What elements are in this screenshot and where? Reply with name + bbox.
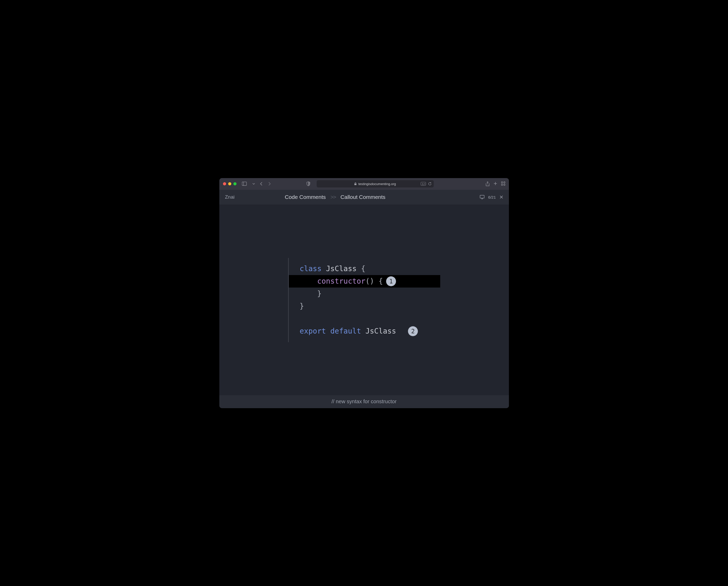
lock-icon (354, 182, 357, 185)
reader-icon[interactable]: あA (421, 182, 426, 186)
slide-footer: // new syntax for constructor (219, 395, 509, 408)
svg-rect-9 (504, 184, 505, 185)
code-line: } (289, 300, 440, 313)
svg-rect-10 (480, 195, 484, 198)
constructor-parens: () { (365, 275, 383, 288)
code-snippet: class JsClass { constructor() {1 } } exp… (288, 258, 440, 342)
code-line: class JsClass { (289, 263, 440, 275)
tab-overview-icon[interactable] (501, 182, 505, 186)
slide-content: class JsClass { constructor() {1 } } exp… (219, 205, 509, 395)
window-controls (223, 182, 236, 185)
constructor-keyword: constructor (317, 275, 365, 288)
breadcrumb: Code Comments >> Callout Comments (285, 194, 385, 200)
svg-text:あ: あ (422, 183, 424, 185)
nav-back-button[interactable] (259, 181, 264, 186)
app-header: Znai Code Comments >> Callout Comments 6… (219, 190, 509, 205)
breadcrumb-separator: >> (330, 194, 336, 200)
browser-chrome: testingisdocumenting.org あA (219, 178, 509, 190)
reload-icon[interactable] (428, 182, 432, 186)
svg-rect-6 (501, 182, 503, 183)
url-text: testingisdocumenting.org (358, 182, 396, 186)
brace-close-inner: } (317, 288, 322, 300)
callout-badge-2: 2 (408, 326, 418, 336)
presentation-mode-icon[interactable] (480, 195, 484, 199)
keyword-class: class (300, 263, 322, 275)
keyword-default: default (330, 325, 361, 338)
svg-rect-7 (504, 182, 505, 183)
breadcrumb-parent[interactable]: Code Comments (285, 194, 326, 200)
share-icon[interactable] (485, 182, 490, 186)
slide-counter: 6/21 (488, 195, 496, 199)
minimize-window-button[interactable] (228, 182, 231, 185)
callout-badge-1: 1 (386, 276, 396, 286)
maximize-window-button[interactable] (233, 182, 236, 185)
brace-close-outer: } (300, 300, 304, 313)
keyword-export: export (300, 325, 326, 338)
svg-rect-8 (501, 184, 503, 185)
browser-window: testingisdocumenting.org あA (219, 178, 509, 408)
class-name: JsClass (326, 263, 357, 275)
privacy-shield-icon[interactable] (306, 181, 311, 186)
nav-forward-button[interactable] (267, 181, 272, 186)
export-name: JsClass (365, 325, 396, 338)
footer-caption: // new syntax for constructor (331, 399, 397, 404)
tab-dropdown-icon[interactable] (251, 181, 256, 186)
close-window-button[interactable] (223, 182, 226, 185)
address-bar[interactable]: testingisdocumenting.org あA (317, 180, 434, 187)
new-tab-icon[interactable] (493, 182, 498, 186)
brace-open: { (357, 263, 366, 275)
code-line-highlighted: constructor() {1 (289, 275, 440, 288)
close-presentation-icon[interactable] (500, 195, 503, 199)
sidebar-toggle-button[interactable] (241, 181, 249, 186)
breadcrumb-current: Callout Comments (341, 194, 385, 200)
code-line: export default JsClass 2 (289, 325, 440, 338)
code-blank-line (289, 313, 440, 325)
app-logo[interactable]: Znai (225, 194, 285, 200)
svg-text:A: A (424, 183, 425, 185)
svg-rect-0 (242, 182, 246, 186)
svg-rect-2 (354, 184, 356, 185)
code-line: } (289, 288, 440, 300)
